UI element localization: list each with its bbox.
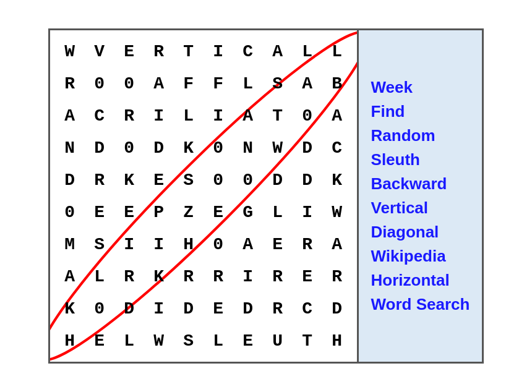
cell-6-0: M (55, 228, 85, 260)
cell-4-3: E (144, 164, 174, 196)
cell-3-6: N (233, 132, 263, 164)
cell-1-8: A (293, 67, 322, 100)
cell-1-6: L (233, 67, 263, 100)
cell-2-2: R (114, 100, 144, 132)
cell-8-7: R (263, 292, 293, 325)
word-list-item: Diagonal (371, 220, 470, 244)
cell-9-1: E (85, 325, 114, 357)
cell-0-4: T (174, 35, 204, 67)
cell-6-8: R (293, 228, 322, 260)
cell-1-3: A (144, 67, 174, 100)
cell-8-9: D (322, 292, 352, 325)
word-list-item: Vertical (371, 196, 470, 220)
cell-0-8: L (293, 35, 322, 67)
word-list-item: Word Search (371, 292, 470, 317)
cell-6-2: I (114, 228, 144, 260)
cell-3-5: 0 (204, 132, 233, 164)
cell-5-9: W (322, 196, 352, 228)
word-list-item: Week (371, 75, 470, 100)
cell-0-5: I (204, 35, 233, 67)
cell-4-9: K (322, 164, 352, 196)
cell-9-6: E (233, 325, 263, 357)
cell-2-0: A (55, 100, 85, 132)
cell-2-6: A (233, 100, 263, 132)
cell-4-4: S (174, 164, 204, 196)
cell-7-1: L (85, 260, 114, 292)
cell-8-3: I (144, 292, 174, 325)
word-list-item: Random (371, 124, 470, 148)
word-list-item: Wikipedia (371, 244, 470, 268)
cell-7-2: R (114, 260, 144, 292)
cell-9-0: H (55, 325, 85, 357)
cell-1-7: S (263, 67, 293, 100)
cell-8-5: E (204, 292, 233, 325)
puzzle-container: WVERTICALLR00AFFLSABACRILIAT0AND0DK0NWDC… (48, 28, 484, 364)
cell-2-5: I (204, 100, 233, 132)
cell-5-4: Z (174, 196, 204, 228)
cell-5-5: E (204, 196, 233, 228)
cell-1-4: F (174, 67, 204, 100)
cell-2-4: L (174, 100, 204, 132)
cell-9-7: U (263, 325, 293, 357)
cell-0-9: L (322, 35, 352, 67)
cell-3-1: D (85, 132, 114, 164)
cell-3-4: K (174, 132, 204, 164)
cell-3-2: 0 (114, 132, 144, 164)
word-list-item: Sleuth (371, 148, 470, 172)
cell-6-9: A (322, 228, 352, 260)
cell-2-7: T (263, 100, 293, 132)
cell-5-7: L (263, 196, 293, 228)
word-list-item: Horizontal (371, 268, 470, 292)
cell-1-5: F (204, 67, 233, 100)
cell-7-8: E (293, 260, 322, 292)
cell-7-0: A (55, 260, 85, 292)
cell-3-7: W (263, 132, 293, 164)
cell-3-9: C (322, 132, 352, 164)
cell-0-3: R (144, 35, 174, 67)
cell-7-5: R (204, 260, 233, 292)
cell-6-6: A (233, 228, 263, 260)
cell-6-4: H (174, 228, 204, 260)
cell-1-9: B (322, 67, 352, 100)
cell-3-8: D (293, 132, 322, 164)
cell-6-3: I (144, 228, 174, 260)
cell-5-8: I (293, 196, 322, 228)
cell-8-4: D (174, 292, 204, 325)
cell-5-2: E (114, 196, 144, 228)
cell-7-6: I (233, 260, 263, 292)
cell-9-8: T (293, 325, 322, 357)
cell-4-6: 0 (233, 164, 263, 196)
word-search-grid: WVERTICALLR00AFFLSABACRILIAT0AND0DK0NWDC… (55, 35, 352, 357)
cell-2-1: C (85, 100, 114, 132)
cell-7-7: R (263, 260, 293, 292)
cell-3-3: D (144, 132, 174, 164)
cell-9-5: L (204, 325, 233, 357)
cell-8-6: D (233, 292, 263, 325)
cell-5-3: P (144, 196, 174, 228)
cell-4-2: K (114, 164, 144, 196)
cell-4-1: R (85, 164, 114, 196)
cell-0-6: C (233, 35, 263, 67)
word-list-item: Find (371, 100, 470, 124)
cell-0-0: W (55, 35, 85, 67)
cell-0-1: V (85, 35, 114, 67)
cell-8-2: D (114, 292, 144, 325)
cell-9-4: S (174, 325, 204, 357)
cell-7-9: R (322, 260, 352, 292)
cell-8-0: K (55, 292, 85, 325)
cell-2-9: A (322, 100, 352, 132)
cell-4-0: D (55, 164, 85, 196)
cell-0-7: A (263, 35, 293, 67)
cell-5-1: E (85, 196, 114, 228)
cell-7-3: K (144, 260, 174, 292)
grid-section: WVERTICALLR00AFFLSABACRILIAT0AND0DK0NWDC… (50, 30, 359, 362)
cell-9-3: W (144, 325, 174, 357)
cell-1-1: 0 (85, 67, 114, 100)
cell-2-3: I (144, 100, 174, 132)
cell-8-1: 0 (85, 292, 114, 325)
cell-0-2: E (114, 35, 144, 67)
cell-1-0: R (55, 67, 85, 100)
cell-5-0: 0 (55, 196, 85, 228)
word-list-item: Backward (371, 172, 470, 196)
word-list-section: WeekFindRandomSleuthBackwardVerticalDiag… (359, 30, 483, 362)
